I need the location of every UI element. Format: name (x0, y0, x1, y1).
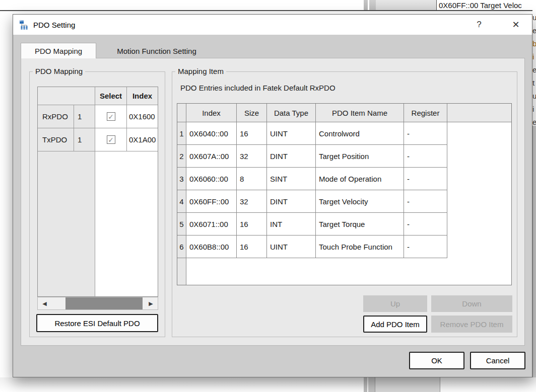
grid-cell-item-name: Target Velocity (316, 190, 404, 213)
bg-clipped-text-fragment: u (532, 92, 536, 100)
grid-cell-register: - (404, 168, 447, 190)
header-cell-index: Index (127, 87, 158, 105)
grid-cell-size: 32 (237, 145, 267, 168)
row-header-type: RxPDO (38, 105, 74, 128)
grid-header-data-type: Data Type (267, 104, 316, 122)
grid-header-size: Size (237, 104, 267, 122)
grid-rowheader-strip (177, 258, 186, 285)
grid-header-row: IndexSizeData TypePDO Item NameRegister (177, 104, 511, 122)
tab-motion-function-setting-label: Motion Function Setting (117, 47, 196, 55)
scroll-right-arrow-icon[interactable]: ▶ (144, 297, 158, 309)
group-pdo-mapping-legend: PDO Mapping (33, 67, 85, 75)
tab-motion-function-setting[interactable]: Motion Function Setting (104, 44, 210, 58)
bg-clipped-text-fragment: i (532, 105, 536, 113)
grid-row-number: 2 (177, 145, 186, 168)
pdo-select-table[interactable]: SelectIndexRxPDO1✓0X1600TxPDO1✓0X1A00 (37, 87, 158, 297)
grid-row[interactable]: 10X6040::0016UINTControlword- (177, 122, 511, 145)
bg-splitter-bar (369, 0, 376, 11)
grid-row[interactable]: 50X6071::0016INTTarget Torque- (177, 213, 511, 236)
index-cell: 0X1600 (127, 105, 158, 128)
bg-splitter-bar (368, 377, 375, 392)
grid-cell-register: - (404, 122, 447, 145)
remove-pdo-item-button: Remove PDO Item (431, 316, 512, 333)
tab-pdo-mapping[interactable]: PDO Mapping (21, 43, 96, 58)
grid-row-number: 5 (177, 213, 186, 236)
header-cell-select: Select (95, 87, 127, 105)
grid-row[interactable]: 20X607A::0032DINTTarget Position- (177, 145, 511, 168)
grid-header-pdo-item-name: PDO Item Name (316, 104, 404, 122)
grid-row-number: 1 (177, 122, 186, 145)
bg-clipped-text-fragment: e (532, 26, 536, 35)
grid-cell-item-name: Touch Probe Function (316, 236, 404, 258)
bg-clipped-text-fragment: u (532, 13, 536, 22)
bg-bottom-strip (0, 377, 536, 392)
grid-cell-item-name: Controlword (316, 122, 404, 145)
row-header-type: TxPDO (38, 128, 74, 151)
grid-cell-register: - (404, 236, 447, 258)
scrollbar-track[interactable] (51, 297, 144, 309)
grid-cell-register: - (404, 145, 447, 168)
bg-clipped-text-fragment: e (532, 65, 536, 74)
bg-splitter-bar (364, 377, 367, 392)
select-checkbox[interactable]: ✓ (107, 112, 115, 121)
restore-esi-default-pdo-button[interactable]: Restore ESI Default PDO (36, 314, 158, 332)
bg-table-cell: 0X60FF::00 Target Veloc (436, 0, 535, 11)
grid-header-index: Index (186, 104, 237, 122)
mapping-grid[interactable]: IndexSizeData TypePDO Item NameRegister1… (177, 103, 512, 285)
group-mapping-item: Mapping Item PDO Entries included in Fat… (172, 71, 517, 337)
table-row[interactable]: RxPDO1✓0X1600 (38, 105, 158, 128)
dialog-title: PDO Setting (33, 21, 75, 29)
bg-clipped-text-fragment: t (532, 79, 536, 87)
bg-right-strip: uebietuie (532, 11, 536, 126)
scrollbar-thumb[interactable] (65, 297, 143, 309)
grid-cell-index: 0X6040::00 (186, 122, 237, 145)
grid-row[interactable]: 30X6060::008SINTMode of Operation- (177, 168, 511, 190)
grid-header-register: Register (404, 104, 447, 122)
grid-cell-index: 0X607A::00 (186, 145, 237, 168)
grid-cell-item-name: Target Position (316, 145, 404, 168)
bg-panel (376, 0, 436, 11)
grid-row[interactable]: 60X60B8::0016UINTTouch Probe Function- (177, 236, 511, 258)
grid-cell-data-type: SINT (267, 168, 316, 190)
group-mapping-item-legend: Mapping Item (175, 67, 226, 75)
grid-cell-item-name: Mode of Operation (316, 168, 404, 190)
scroll-left-arrow-icon[interactable]: ◀ (38, 297, 51, 309)
help-button[interactable]: ? (470, 18, 488, 32)
grid-cell-data-type: INT (267, 213, 316, 236)
table-header-row: SelectIndex (38, 87, 158, 105)
header-cell-blank (38, 87, 95, 105)
down-button: Down (431, 295, 512, 312)
title-bar[interactable]: PDO Setting ? ✕ (13, 15, 532, 35)
select-cell: ✓ (95, 128, 127, 151)
pdo-setting-dialog: PDO Setting ? ✕ PDO Mapping Motion Funct… (13, 14, 532, 377)
select-checkbox[interactable]: ✓ (107, 135, 115, 144)
ok-button[interactable]: OK (409, 352, 464, 369)
grid-cell-index: 0X60FF::00 (186, 190, 237, 213)
bg-clipped-text-fragment: i (532, 52, 536, 61)
table-filler (38, 151, 158, 296)
table-row[interactable]: TxPDO1✓0X1A00 (38, 128, 158, 151)
bg-divider (0, 10, 532, 11)
grid-row[interactable]: 40X60FF::0032DINTTarget Velocity- (177, 190, 511, 213)
grid-row-number: 3 (177, 168, 186, 190)
cancel-button[interactable]: Cancel (470, 352, 525, 369)
grid-cell-data-type: UINT (267, 236, 316, 258)
bg-clipped-text-fragment: b (532, 39, 536, 48)
close-button[interactable]: ✕ (507, 18, 525, 32)
add-pdo-item-button[interactable]: Add PDO Item (363, 316, 427, 333)
row-header-num: 1 (74, 105, 95, 128)
tab-page: PDO Mapping SelectIndexRxPDO1✓0X1600TxPD… (21, 58, 525, 346)
pdo-tree-icon (19, 20, 29, 30)
grid-cell-size: 16 (237, 213, 267, 236)
table-filler-rowheader (38, 151, 95, 296)
h-scrollbar[interactable]: ◀ ▶ (37, 297, 158, 310)
group-pdo-mapping: PDO Mapping SelectIndexRxPDO1✓0X1600TxPD… (29, 71, 165, 337)
grid-cell-data-type: DINT (267, 190, 316, 213)
bg-table-cell-text: 0X60FF::00 Target Veloc (439, 1, 522, 10)
grid-cell-register: - (404, 213, 447, 236)
bg-clipped-text-fragment: e (532, 118, 536, 126)
mapping-caption: PDO Entries included in Fatek Default Rx… (180, 84, 336, 92)
grid-cell-size: 8 (237, 168, 267, 190)
grid-header-filler (447, 104, 511, 122)
bg-panel (375, 377, 440, 392)
